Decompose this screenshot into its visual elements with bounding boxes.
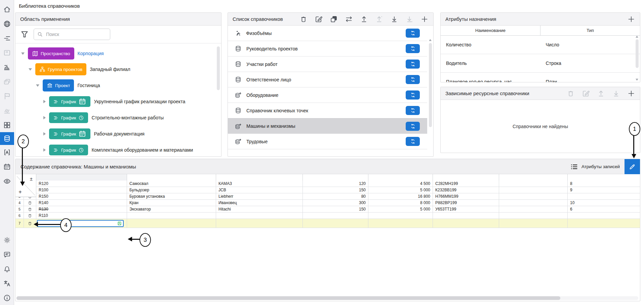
sidebar-item-grid[interactable]	[0, 118, 14, 132]
tree-node-label[interactable]: Рабочая документация	[94, 131, 144, 137]
attributes-scrollbar[interactable]	[635, 36, 639, 81]
tree-node-label[interactable]: Западный филиал	[90, 67, 130, 72]
upload-icon[interactable]	[360, 15, 368, 23]
tree-node-badge[interactable]: Пространство	[28, 47, 74, 60]
tree-node-badge[interactable]: График	[49, 128, 90, 139]
upload-dot-icon[interactable]	[375, 15, 383, 23]
search-box[interactable]	[34, 29, 110, 40]
table-cell[interactable]: 300	[303, 200, 368, 206]
table-cell[interactable]: 150	[303, 206, 368, 213]
sidebar-item-list-lines[interactable]	[0, 31, 14, 45]
collapse-arrow-icon[interactable]	[29, 68, 32, 71]
table-cell[interactable]	[568, 193, 640, 200]
sidebar-item-hatch[interactable]	[0, 103, 14, 118]
table-cell[interactable]: R100	[36, 187, 127, 193]
add-attribute-button[interactable]	[627, 15, 635, 23]
table-cell[interactable]: R110	[36, 213, 127, 219]
table-cell[interactable]: Экскаватор	[127, 206, 216, 213]
table-cell[interactable]	[216, 213, 303, 219]
reference-list-scrollbar[interactable]	[429, 39, 432, 157]
table-cell[interactable]: Н766ММ199	[433, 193, 499, 200]
table-cell[interactable]	[127, 213, 216, 219]
reference-list-item[interactable]: Трудовые	[228, 134, 427, 149]
reference-list-item[interactable]: Руководитель проектов	[228, 41, 427, 56]
table-cell[interactable]: 120	[303, 181, 368, 187]
table-cell[interactable]	[368, 219, 433, 228]
table-cell[interactable]: 80	[303, 193, 368, 200]
table-cell[interactable]	[36, 219, 127, 228]
table-cell[interactable]: R140	[36, 200, 127, 206]
table-cell[interactable]	[568, 213, 640, 219]
sync-button[interactable]	[406, 75, 420, 84]
trash-icon[interactable]	[567, 89, 575, 98]
download-icon[interactable]	[612, 89, 620, 98]
table-cell[interactable]: 9	[568, 187, 640, 193]
expand-arrow-icon[interactable]	[43, 100, 46, 103]
sidebar-item-eye[interactable]	[0, 174, 14, 188]
table-cell[interactable]	[499, 206, 568, 213]
table-cell[interactable]	[499, 213, 568, 219]
table-cell[interactable]: Бульдозер	[127, 187, 216, 193]
expand-arrow-icon[interactable]	[43, 116, 46, 119]
table-cell[interactable]	[499, 187, 568, 193]
sidebar-item-letter-a[interactable]	[0, 145, 14, 159]
table-cell[interactable]: Hitachi	[216, 206, 303, 213]
expand-arrow-icon[interactable]	[43, 132, 46, 136]
tree-node-label[interactable]: Корпорация	[78, 51, 104, 56]
collapse-arrow-icon[interactable]	[36, 84, 39, 87]
tree-node-label[interactable]: Гостиница	[77, 83, 100, 88]
tree-node-badge[interactable]: Группа проектов	[35, 63, 86, 75]
table-cell[interactable]: R120	[36, 181, 127, 187]
expand-arrow-icon[interactable]	[43, 148, 46, 152]
tree-node-badge[interactable]: Проект	[43, 79, 74, 91]
table-cell[interactable]	[499, 181, 568, 187]
sidebar-item-panel[interactable]	[0, 45, 14, 60]
sync-button[interactable]	[406, 44, 420, 53]
reference-list-item[interactable]: Ответственное лицо	[228, 72, 427, 87]
table-cell[interactable]: R130	[36, 206, 127, 213]
table-cell[interactable]: Самосвал	[127, 181, 216, 187]
horizontal-scrollbar[interactable]	[16, 296, 638, 300]
sync-button[interactable]	[406, 106, 420, 115]
table-cell[interactable]	[499, 219, 568, 228]
table-cell[interactable]: Кран	[127, 200, 216, 206]
table-cell[interactable]	[303, 213, 368, 219]
table-cell[interactable]	[568, 219, 640, 228]
sidebar-item-bell[interactable]	[0, 262, 14, 276]
sync-button[interactable]	[406, 29, 420, 38]
reference-list-item[interactable]: Машины и механизмы	[228, 118, 427, 134]
sync-button[interactable]	[406, 60, 420, 69]
sidebar-item-database[interactable]	[0, 132, 14, 145]
sidebar-item-sun[interactable]	[0, 233, 14, 247]
table-cell[interactable]: 16 800	[368, 193, 433, 200]
plus-minus-button[interactable]: ±	[30, 176, 33, 181]
sidebar-item-comment[interactable]	[0, 247, 14, 262]
table-cell[interactable]	[127, 219, 216, 228]
collapse-arrow-icon[interactable]	[21, 52, 25, 55]
table-cell[interactable]	[433, 213, 499, 219]
delete-row-button[interactable]	[24, 213, 36, 219]
sidebar-item-chart[interactable]	[0, 60, 14, 74]
tree-node-badge[interactable]: График	[49, 112, 88, 123]
upload-icon[interactable]	[597, 89, 605, 98]
table-cell[interactable]: 8 000	[368, 200, 433, 206]
table-cell[interactable]	[433, 219, 499, 228]
table-cell[interactable]: Р882ВР199	[433, 200, 499, 206]
table-cell[interactable]	[303, 219, 368, 228]
shifr-edit-input[interactable]	[37, 220, 124, 227]
download-dot-icon[interactable]	[405, 15, 413, 23]
edit-icon[interactable]	[582, 89, 590, 98]
table-cell[interactable]: 10	[568, 200, 640, 206]
table-cell[interactable]: КАМАЗ	[216, 181, 303, 187]
sidebar-item-home[interactable]	[0, 2, 14, 16]
copy-icon[interactable]	[330, 15, 338, 23]
sync-button[interactable]	[406, 122, 420, 131]
table-cell[interactable]: Ивановец	[216, 200, 303, 206]
filter-icon[interactable]	[20, 30, 29, 39]
delete-row-button[interactable]	[24, 200, 36, 206]
tree-node-label[interactable]: Строительно-монтажные работы	[91, 115, 164, 120]
reference-list-item[interactable]: Справочник ключевых точек	[228, 103, 427, 118]
download-icon[interactable]	[390, 15, 398, 23]
sidebar-item-calendar[interactable]	[0, 159, 14, 174]
tree-node-label[interactable]: Комплектация оборудованием и материалами	[91, 147, 193, 153]
